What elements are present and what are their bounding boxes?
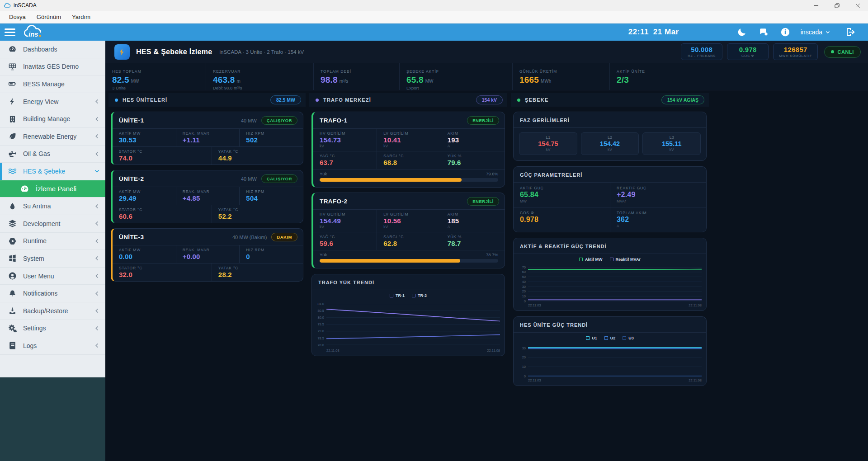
menu-item-g-r-n-m[interactable]: Görünüm xyxy=(32,12,66,22)
sidebar-item-renewable-energy[interactable]: Renewable Energy xyxy=(0,128,105,146)
metric-cell: AKTİF MW 30.53 xyxy=(113,129,176,146)
sidebar-item-inavitas-ges-demo[interactable]: Inavitas GES Demo xyxy=(0,58,105,76)
legend-item-tr-2[interactable]: TR-2 xyxy=(412,293,427,298)
chip-label: MWH KÜMÜLATİF xyxy=(779,54,812,58)
hamburger-menu-icon[interactable] xyxy=(5,26,18,38)
metric-value: 60.6 xyxy=(119,212,207,220)
sidebar-item-user-menu[interactable]: User Menu xyxy=(0,268,105,285)
dark-mode-moon-icon[interactable] xyxy=(737,27,747,37)
unit-card-ni-te-3: ÜNİTE-3 40 MW (Bakım) BAKIM AKTİF MW 0.0… xyxy=(111,228,303,282)
legend-swatch xyxy=(390,294,393,297)
metric-unit: MVAr xyxy=(617,199,702,203)
chevron-icon xyxy=(94,255,100,261)
metric-label: YAĞ °C xyxy=(320,154,372,158)
minimize-button[interactable] xyxy=(806,0,826,11)
sidebar-item-settings[interactable]: Settings xyxy=(0,320,105,338)
chat-icon[interactable] xyxy=(759,27,769,37)
appbar: ins 22:1121 Mar inscada xyxy=(0,24,868,41)
status-badge: ENERJİLİ xyxy=(467,116,499,125)
metric-unit: MW xyxy=(520,199,605,203)
metric-unit: A xyxy=(448,225,500,229)
kpi-stat: GÜNLÜK ÜRETİM 1665MWh xyxy=(512,63,609,90)
legend-label: TR-1 xyxy=(396,293,405,298)
metric-unit: kV xyxy=(320,144,372,148)
metric-label: AKTİF MW xyxy=(119,131,171,136)
restore-button[interactable] xyxy=(826,0,847,11)
sidebar-item-label: Building Manage xyxy=(23,115,94,122)
sidebar-item-backup-restore[interactable]: Backup/Restore xyxy=(0,302,105,320)
legend-item-reaktif-mvar[interactable]: Reaktif MVAr xyxy=(610,257,641,262)
metric-label: SARGI °C xyxy=(383,154,436,158)
svg-text:60: 60 xyxy=(522,270,526,274)
sidebar-item-system[interactable]: System xyxy=(0,250,105,268)
svg-text:30: 30 xyxy=(522,285,526,289)
chevron-icon xyxy=(94,203,100,209)
sidebar-item-notifications[interactable]: Notifications xyxy=(0,285,105,302)
svg-text:79.0: 79.0 xyxy=(317,329,324,333)
metric-label: STATOR °C xyxy=(119,266,207,270)
kpi-sub: 3 Ünite xyxy=(112,85,206,90)
legend-swatch xyxy=(579,258,583,261)
close-button[interactable] xyxy=(847,0,868,11)
chart-title: HES ÜNİTE GÜÇ TRENDİ xyxy=(520,322,588,328)
phase-label: L3 xyxy=(643,135,700,140)
metric-label: AKIM xyxy=(448,131,500,136)
phase-value: 154.42 xyxy=(581,140,639,147)
menubar: DosyaGörünümYardım xyxy=(0,11,868,24)
metric-label: HV GERİLİM xyxy=(320,212,372,216)
chevron-icon xyxy=(94,116,100,122)
metric-label: YATAK °C xyxy=(218,207,298,212)
unit-capacity: 40 MW xyxy=(241,176,257,182)
metric-value: 502 xyxy=(246,136,298,144)
logout-icon[interactable] xyxy=(845,27,856,38)
metric-value: 28.2 xyxy=(218,271,298,278)
info-icon[interactable] xyxy=(780,27,790,37)
kpi-value: 463.8 xyxy=(213,75,235,85)
user-menu-dropdown[interactable]: inscada xyxy=(801,28,830,36)
menu-item-dosya[interactable]: Dosya xyxy=(5,12,30,22)
legend-item-tr-1[interactable]: TR-1 xyxy=(390,293,405,298)
load-progressbar xyxy=(320,259,498,263)
sidebar-item-oil-gas[interactable]: Oil & Gas xyxy=(0,146,105,163)
metric-value: 62.8 xyxy=(383,240,436,247)
svg-text:79.5: 79.5 xyxy=(317,322,324,326)
gears-icon xyxy=(8,324,17,333)
svg-text:22:11:08: 22:11:08 xyxy=(689,303,702,307)
metric-value: 362 xyxy=(617,216,702,224)
section-header-units: HES ÜNİTELERİ 82.5 MW xyxy=(108,93,306,107)
page-bolt-icon xyxy=(114,44,130,60)
sidebar-item-i-zleme-paneli[interactable]: İzleme Paneli xyxy=(0,180,105,198)
metric-cell: YÜK % 78.7 xyxy=(441,232,505,250)
legend-item-2[interactable]: Ü2 xyxy=(604,336,616,340)
sidebar-item-logs[interactable]: Logs xyxy=(0,337,105,355)
metric-unit xyxy=(520,224,605,228)
metric-label: REAKTİF GÜÇ xyxy=(617,186,702,190)
metric-value: 154.49 xyxy=(320,217,372,225)
kpi-label: GÜNLÜK ÜRETİM xyxy=(519,69,557,74)
app-logo-icon xyxy=(4,2,11,9)
oil-can-icon xyxy=(8,150,17,158)
sidebar-item-development[interactable]: Development xyxy=(0,215,105,233)
logs-icon xyxy=(8,341,17,350)
metric-cell: LV GERİLİM 10.41 kV xyxy=(377,129,440,151)
legend-item-1[interactable]: Ü1 xyxy=(586,336,597,340)
sidebar-item-building-manage[interactable]: Building Manage xyxy=(0,110,105,128)
svg-text:22:11:08: 22:11:08 xyxy=(487,348,500,353)
sidebar-item-hes-ebeke[interactable]: HES & Şebeke xyxy=(0,163,105,180)
menu-item-yard-m[interactable]: Yardım xyxy=(67,12,95,22)
sidebar-item-su-ar-tma[interactable]: Su Arıtma xyxy=(0,198,105,215)
metric-cell: YAĞ °C 59.6 xyxy=(313,232,377,250)
sidebar-item-energy-view[interactable]: Energy View xyxy=(0,93,105,111)
trend-chart: 302010022:11:0322:11:08 xyxy=(514,341,706,383)
chevron-icon xyxy=(94,308,100,314)
svg-text:10: 10 xyxy=(522,365,526,369)
sidebar-item-runtime[interactable]: Runtime xyxy=(0,233,105,250)
metric-unit: A xyxy=(448,144,500,148)
legend-item-aktif-mw[interactable]: Aktif MW xyxy=(579,257,603,262)
chip-label: COS Φ xyxy=(733,54,763,58)
sidebar-item-dashboards[interactable]: Dashboards xyxy=(0,41,105,58)
metric-cell: YÜK % 79.6 xyxy=(441,151,505,169)
legend-item-3[interactable]: Ü3 xyxy=(623,336,634,340)
metric-label: LV GERİLİM xyxy=(383,212,436,216)
sidebar-item-bess-manage[interactable]: BESS Manage xyxy=(0,75,105,93)
